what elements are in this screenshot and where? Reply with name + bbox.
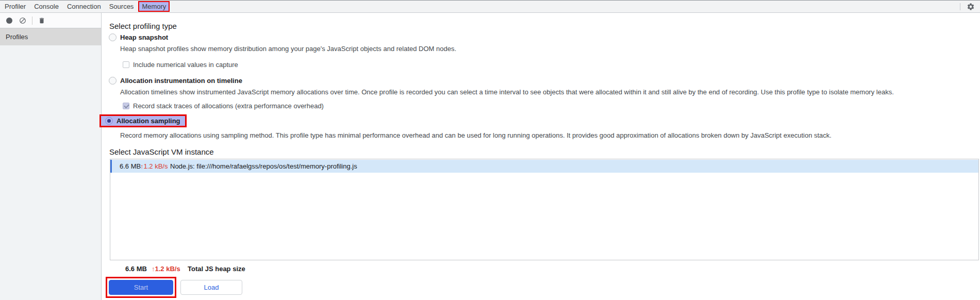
profiling-type-heading: Select profiling type	[109, 22, 177, 30]
panel-tab-bar: Profiler Console Connection Sources Memo…	[0, 0, 980, 13]
allocation-timeline-description: Allocation timelines show instrumented J…	[120, 88, 894, 96]
toolbar-divider	[960, 3, 960, 10]
radio-label: Allocation instrumentation on timeline	[120, 77, 242, 85]
start-button-annotation-box: Start	[106, 277, 176, 298]
total-heap-size-value: 6.6 MB	[125, 265, 147, 273]
radio-label: Allocation sampling	[117, 117, 180, 125]
load-button[interactable]: Load	[180, 280, 242, 295]
tab-profiler[interactable]: Profiler	[1, 1, 29, 12]
vm-instance-name: Node.js: file:///home/rafaelgss/repos/os…	[170, 162, 357, 170]
radio-icon[interactable]	[109, 34, 117, 41]
tab-console[interactable]: Console	[30, 1, 62, 12]
checkbox-icon[interactable]	[123, 61, 129, 68]
radio-option-allocation-sampling[interactable]: Allocation sampling	[99, 114, 187, 127]
record-icon[interactable]	[6, 18, 12, 24]
total-heap-size-label: Total JS heap size	[188, 265, 245, 273]
profiles-toolbar	[0, 13, 101, 28]
checkbox-icon-checked[interactable]	[123, 103, 129, 109]
radio-option-allocation-timeline[interactable]: Allocation instrumentation on timeline	[109, 77, 242, 85]
allocation-sampling-description: Record memory allocations using sampling…	[120, 131, 832, 139]
total-allocation-rate: ↑1.2 kB/s	[152, 265, 180, 273]
tab-sources[interactable]: Sources	[106, 1, 138, 12]
radio-icon[interactable]	[109, 77, 117, 85]
checkbox-label: Include numerical values in capture	[133, 61, 238, 69]
memory-panel-content: Select profiling type Heap snapshot Heap…	[102, 13, 980, 300]
devtools-memory-panel: Profiler Console Connection Sources Memo…	[0, 0, 980, 300]
profiles-sidebar: Profiles	[0, 13, 102, 300]
radio-option-heap-snapshot[interactable]: Heap snapshot	[109, 34, 168, 41]
vm-instance-row[interactable]: 6.6 MB ↑1.2 kB/s Node.js: file:///home/r…	[110, 160, 978, 173]
tabbar-right-area	[960, 1, 980, 12]
radio-label: Heap snapshot	[120, 34, 168, 41]
checkbox-label: Record stack traces of allocations (extr…	[133, 102, 324, 110]
checkbox-include-numerical-values[interactable]: Include numerical values in capture	[123, 61, 238, 69]
vm-heap-size: 6.6 MB	[120, 162, 140, 170]
vm-instance-heading: Select JavaScript VM instance	[109, 147, 214, 156]
trash-icon[interactable]	[38, 17, 45, 24]
checkbox-record-stack-traces[interactable]: Record stack traces of allocations (extr…	[123, 102, 324, 110]
heap-snapshot-description: Heap snapshot profiles show memory distr…	[120, 45, 456, 53]
profiles-list-empty	[0, 45, 101, 300]
vm-instance-list[interactable]: 6.6 MB ↑1.2 kB/s Node.js: file:///home/r…	[110, 159, 979, 260]
vm-allocation-rate: ↑1.2 kB/s	[140, 162, 163, 170]
radio-icon-selected[interactable]	[105, 117, 113, 125]
profiles-section-header: Profiles	[0, 28, 101, 45]
toolbar-divider	[32, 16, 32, 25]
tab-memory[interactable]: Memory	[138, 1, 170, 12]
clear-icon[interactable]	[19, 17, 26, 24]
start-button[interactable]: Start	[109, 280, 173, 295]
gear-icon[interactable]	[967, 3, 975, 11]
tab-connection[interactable]: Connection	[63, 1, 105, 12]
